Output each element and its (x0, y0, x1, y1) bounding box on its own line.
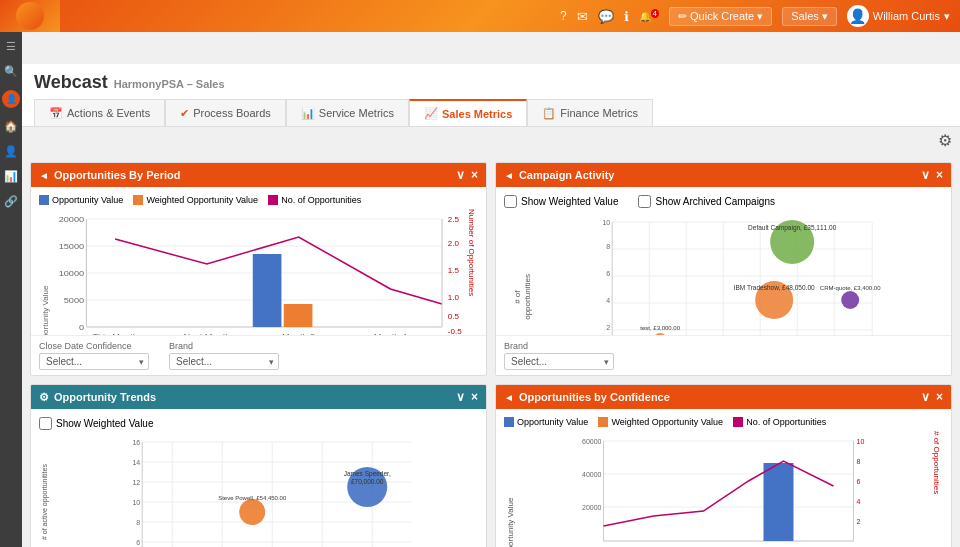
widget-opp-by-period: ◄ Opportunities By Period ∨ × Opportunit… (30, 162, 487, 376)
close-date-filter: Close Date Confidence Select... (39, 341, 149, 370)
confidence-arrow-icon: ◄ (504, 392, 514, 403)
quick-create-button[interactable]: ✏ Quick Create ▾ (669, 7, 772, 26)
info-icon[interactable]: ℹ (624, 9, 629, 24)
settings-gear-icon[interactable]: ⚙ (938, 131, 952, 150)
main-content: Webcast HarmonyPSA – Sales 📅 Actions & E… (22, 64, 960, 547)
trends-show-weighted-label[interactable]: Show Weighted Value (39, 417, 153, 430)
legend-color-orange (133, 195, 143, 205)
svg-text:10000: 10000 (59, 269, 85, 278)
svg-text:0: 0 (79, 323, 84, 332)
trends-title: Opportunity Trends (54, 391, 156, 403)
svg-text:12: 12 (132, 479, 140, 486)
svg-rect-103 (764, 463, 794, 541)
sidebar-user-icon[interactable]: 👤 (2, 90, 20, 108)
conf-legend-no-opp: No. of Opportunities (733, 417, 826, 427)
page-title-text: Webcast (34, 72, 108, 93)
svg-text:40000: 40000 (582, 471, 602, 478)
tab-service-metrics[interactable]: 📊 Service Metrics (286, 99, 409, 126)
email-icon[interactable]: ✉ (577, 9, 588, 24)
svg-text:IBM Tradeshow, £48,050.00: IBM Tradeshow, £48,050.00 (733, 284, 814, 291)
sidebar-home-icon[interactable]: 🏠 (2, 120, 20, 133)
tab-sales-metrics[interactable]: 📈 Sales Metrics (409, 99, 527, 126)
page-title: Webcast HarmonyPSA – Sales (34, 72, 948, 93)
sidebar-chart-icon[interactable]: 📊 (2, 170, 20, 183)
close-icon[interactable]: × (471, 168, 478, 182)
show-archived-checkbox[interactable] (638, 195, 651, 208)
campaign-close-icon[interactable]: × (936, 168, 943, 182)
trends-y-label: # of active opportunitites (39, 432, 66, 547)
dashboard: ◄ Opportunities By Period ∨ × Opportunit… (22, 154, 960, 547)
confidence-chart: 60000 40000 20000 10 8 6 4 2 (517, 431, 930, 547)
sidebar-search-icon[interactable]: 🔍 (2, 65, 20, 78)
notification-icon[interactable]: 🔔4 (639, 9, 659, 22)
campaign-y-label: # ofopportunities (513, 274, 532, 320)
svg-text:James Speeder,: James Speeder, (343, 470, 390, 478)
svg-text:£70,000.00: £70,000.00 (351, 478, 384, 485)
sidebar-menu-icon[interactable]: ☰ (2, 40, 20, 53)
svg-text:16: 16 (132, 439, 140, 446)
top-navigation-bar: ? ✉ 💬 ℹ 🔔4 ✏ Quick Create ▾ Sales ▾ 👤 Wi… (0, 0, 960, 32)
svg-text:Steve Powell, £54,450.00: Steve Powell, £54,450.00 (218, 495, 287, 501)
legend-no-opp: No. of Opportunities (268, 195, 361, 205)
campaign-minimize-icon[interactable]: ∨ (921, 168, 930, 182)
trends-show-weighted-checkbox[interactable] (39, 417, 52, 430)
conf-y-right-label: # of Opportunities (930, 431, 943, 547)
svg-text:20000: 20000 (582, 504, 602, 511)
legend-color-pink (268, 195, 278, 205)
widget-campaign-header: ◄ Campaign Activity ∨ × (496, 163, 951, 187)
campaign-footer: Brand Select... (496, 335, 951, 375)
page-header: Webcast HarmonyPSA – Sales 📅 Actions & E… (22, 64, 960, 127)
sidebar-person-icon[interactable]: 👤 (2, 145, 20, 158)
svg-rect-12 (253, 254, 282, 327)
chat-icon[interactable]: 💬 (598, 9, 614, 24)
svg-text:15000: 15000 (59, 242, 85, 251)
sales-button[interactable]: Sales ▾ (782, 7, 837, 26)
widget-arrow-icon: ◄ (39, 170, 49, 181)
svg-text:8: 8 (136, 519, 140, 526)
brand-filter: Brand Select... (169, 341, 279, 370)
campaign-options: Show Weighted Value Show Archived Campai… (504, 195, 943, 208)
widget-opp-by-period-body: Opportunity Value Weighted Opportunity V… (31, 187, 486, 335)
widget-campaign-body: Show Weighted Value Show Archived Campai… (496, 187, 951, 335)
tab-process-boards[interactable]: ✔ Process Boards (165, 99, 286, 126)
left-sidebar: ☰ 🔍 👤 🏠 👤 📊 🔗 (0, 32, 22, 547)
svg-text:2: 2 (857, 518, 861, 525)
tab-bar: 📅 Actions & Events ✔ Process Boards 📊 Se… (34, 99, 948, 126)
confidence-legend: Opportunity Value Weighted Opportunity V… (504, 417, 943, 427)
show-weighted-label[interactable]: Show Weighted Value (504, 195, 618, 208)
svg-text:Next Month: Next Month (183, 332, 230, 335)
confidence-close-icon[interactable]: × (936, 390, 943, 404)
svg-text:Default Campaign, £35,111.00: Default Campaign, £35,111.00 (748, 224, 837, 232)
confidence-minimize-icon[interactable]: ∨ (921, 390, 930, 404)
svg-text:10: 10 (857, 438, 865, 445)
tab-actions-events[interactable]: 📅 Actions & Events (34, 99, 165, 126)
widget-trends-header: ⚙ Opportunity Trends ∨ × (31, 385, 486, 409)
brand-select[interactable]: Select... (169, 353, 279, 370)
svg-text:6: 6 (606, 270, 610, 277)
svg-point-86 (239, 499, 265, 525)
page-subtitle: HarmonyPSA – Sales (114, 78, 225, 90)
campaign-brand-select[interactable]: Select... (504, 353, 614, 370)
help-icon[interactable]: ? (560, 9, 567, 23)
sidebar-network-icon[interactable]: 🔗 (2, 195, 20, 208)
widget-title: Opportunities By Period (54, 169, 181, 181)
user-menu[interactable]: 👤 William Curtis ▾ (847, 5, 950, 27)
show-weighted-checkbox[interactable] (504, 195, 517, 208)
svg-text:8: 8 (606, 243, 610, 250)
opp-period-chart: 20000 15000 10000 5000 0 This Month N (52, 209, 465, 335)
minimize-icon[interactable]: ∨ (456, 168, 465, 182)
svg-text:CRM-quote, £3,400.00: CRM-quote, £3,400.00 (819, 285, 880, 291)
tab-finance-metrics[interactable]: 📋 Finance Metrics (527, 99, 653, 126)
campaign-title: Campaign Activity (519, 169, 615, 181)
svg-point-58 (841, 291, 859, 309)
svg-text:1.5: 1.5 (448, 266, 459, 274)
show-archived-label[interactable]: Show Archived Campaigns (638, 195, 775, 208)
legend-opp-value: Opportunity Value (39, 195, 123, 205)
trends-chart: 16 14 12 10 8 6 4 James Speeder, £70,000… (66, 432, 478, 547)
svg-text:10: 10 (132, 499, 140, 506)
widget-opp-by-period-header: ◄ Opportunities By Period ∨ × (31, 163, 486, 187)
trends-minimize-icon[interactable]: ∨ (456, 390, 465, 404)
confidence-title: Opportunities by Confidence (519, 391, 670, 403)
close-date-select[interactable]: Select... (39, 353, 149, 370)
trends-close-icon[interactable]: × (471, 390, 478, 404)
